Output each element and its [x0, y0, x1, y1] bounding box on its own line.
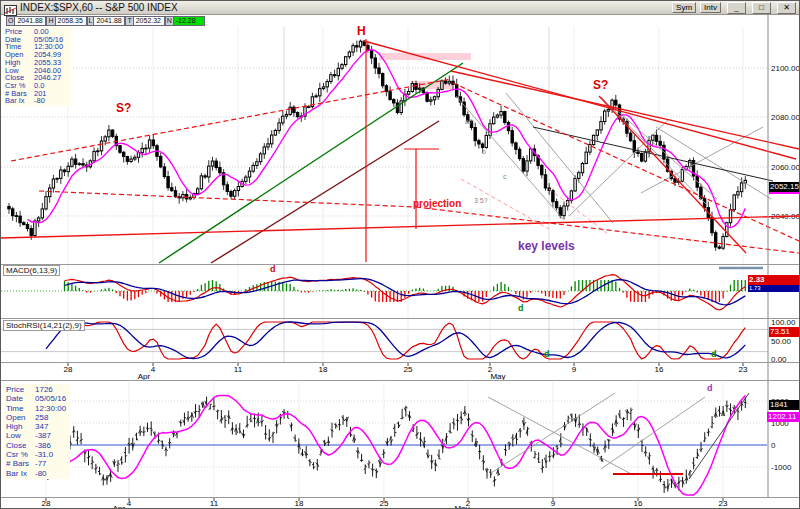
- cursor-info-panel-main: Price0.00Date05/05/16Time12:30:00Open205…: [3, 27, 71, 106]
- cycle-marker-d: d: [711, 349, 717, 359]
- info-row: Price1726: [6, 385, 68, 394]
- annotation-s-: S?: [593, 78, 608, 92]
- chart-icon: [4, 2, 17, 13]
- macd-value-tag: 2.33: [748, 275, 800, 285]
- annotation-a-: a?: [465, 118, 473, 125]
- info-row: Date05/05/16: [6, 394, 68, 403]
- info-row: Low-387: [6, 431, 68, 440]
- annotation-c: c: [503, 173, 507, 180]
- info-row: Open258: [6, 413, 68, 422]
- quote-field-label: H: [46, 16, 55, 26]
- titlebar: INDEX:$SPX,60 -- S&P 500 INDEX Sym Intv …: [1, 1, 799, 15]
- sym-button[interactable]: Sym: [672, 2, 696, 13]
- close-button[interactable]: ✕: [777, 2, 796, 14]
- quote-field-label: L: [87, 16, 95, 26]
- macd-panel[interactable]: [1, 265, 768, 318]
- minimize-button[interactable]: _: [727, 2, 746, 14]
- date-axis-lower[interactable]: [1, 498, 768, 509]
- info-row: Time12:30:00: [6, 404, 68, 413]
- annotation-b: b: [482, 148, 486, 155]
- macd-label: MACD(6,13,9): [3, 265, 60, 276]
- lower-axis-label: -1000: [771, 463, 791, 472]
- annotation-key-levels: key levels: [518, 239, 575, 253]
- stochrsi-label: StochRSI(14,21(2),9): [3, 320, 85, 331]
- cycle-marker-d: d: [518, 303, 524, 313]
- quote-field-value: 2052.32: [134, 16, 165, 26]
- macd-signal-tag: 1.73: [748, 285, 800, 292]
- info-row: Csr %-31.0: [6, 450, 68, 459]
- annotation-projection: projection: [413, 198, 461, 209]
- maximize-button[interactable]: □: [752, 2, 771, 14]
- lower-value-tag: 1202.11: [767, 412, 800, 422]
- cycle-marker-d: d: [707, 383, 713, 393]
- stochrsi-panel[interactable]: [1, 319, 768, 362]
- quote-field-label: N: [165, 16, 174, 26]
- quote-field-value: 2041.88: [94, 16, 125, 26]
- info-row: # Bars-77: [6, 459, 68, 468]
- info-row: Close-386: [6, 441, 68, 450]
- window-title: INDEX:$SPX,60 -- S&P 500 INDEX: [20, 2, 178, 13]
- intv-button[interactable]: Intv: [700, 2, 721, 13]
- cycle-marker-d: d: [544, 349, 550, 359]
- quote-field-label: O: [6, 16, 15, 26]
- info-row: Bar Ix-80: [5, 97, 69, 105]
- date-axis-upper[interactable]: [1, 363, 768, 380]
- annotation-s-: S?: [116, 101, 131, 115]
- lower-axis-label: 0: [771, 441, 775, 450]
- quote-field-value: 2041.88: [15, 16, 46, 26]
- quote-field-value: 2058.35: [56, 16, 87, 26]
- annotation-3-5-: 3 5?: [474, 197, 488, 204]
- app-window: INDEX:$SPX,60 -- S&P 500 INDEX Sym Intv …: [0, 0, 800, 509]
- cycle-marker-d: d: [270, 264, 276, 274]
- stochrsi-value-tag: 73.51: [769, 327, 800, 337]
- info-row: Bar Ix-80: [6, 469, 68, 478]
- cursor-info-panel-lower: Price1726Date05/05/16Time12:30:00Open258…: [4, 384, 70, 479]
- quote-field-value: -12.28: [174, 16, 205, 26]
- lower-high-tag: 1841: [769, 400, 800, 410]
- info-row: High347: [6, 422, 68, 431]
- quote-field-label: T: [125, 16, 133, 26]
- annotation-h: H: [357, 24, 366, 38]
- main-chart-plot[interactable]: [1, 26, 768, 263]
- quote-bar: O2041.88H2058.35L2041.88T2052.32N-12.28: [6, 16, 205, 26]
- lower-chart-plot[interactable]: [1, 381, 768, 497]
- last-price-tag: 2052.15: [769, 182, 800, 192]
